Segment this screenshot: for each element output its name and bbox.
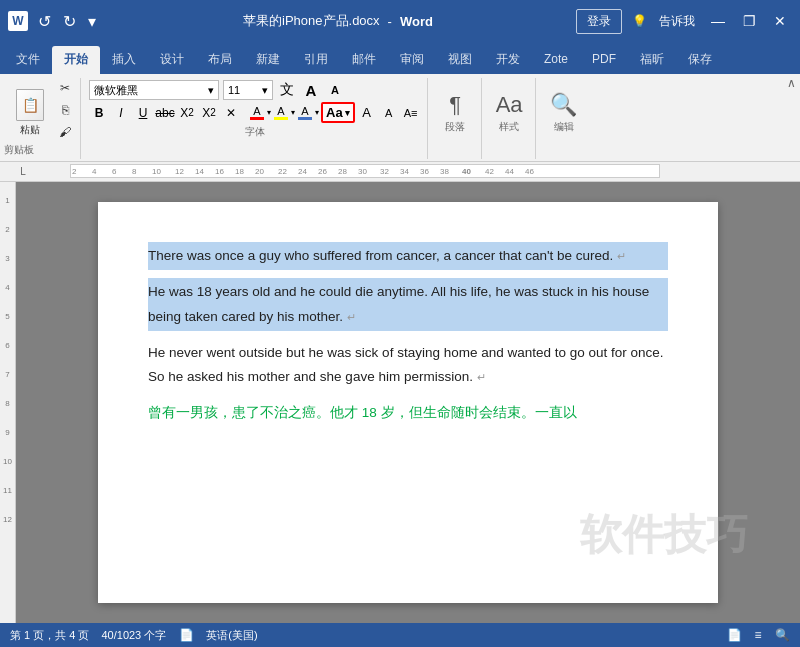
tab-foxit[interactable]: 福昕 bbox=[628, 46, 676, 74]
style-label: 样式 bbox=[499, 120, 519, 134]
text-effect-button[interactable]: A bbox=[297, 104, 313, 121]
tab-design[interactable]: 设计 bbox=[148, 46, 196, 74]
ruler-mark-30: 30 bbox=[358, 167, 367, 176]
paragraph-icon[interactable]: ¶ bbox=[449, 92, 461, 118]
font-size-selector[interactable]: 11 ▾ bbox=[223, 80, 273, 100]
font-color-button[interactable]: A bbox=[249, 104, 265, 121]
underline-button[interactable]: U bbox=[133, 103, 153, 123]
left-ruler-mark10: 10 bbox=[3, 457, 12, 466]
paragraph-4[interactable]: 曾有一男孩，患了不治之癌。他才 18 岁，但生命随时会结束。一直以 bbox=[148, 399, 668, 427]
subscript-button[interactable]: X2 bbox=[177, 103, 197, 123]
signin-button[interactable]: 登录 bbox=[576, 9, 622, 34]
ruler-mark-46: 46 bbox=[525, 167, 534, 176]
tab-save[interactable]: 保存 bbox=[676, 46, 724, 74]
clipboard-label: 剪贴板 bbox=[4, 143, 34, 157]
restore-button[interactable]: ❐ bbox=[737, 11, 762, 31]
title-extra-buttons: 💡 告诉我 bbox=[628, 11, 699, 32]
paragraph-2[interactable]: He was 18 years old and he could die any… bbox=[148, 278, 668, 331]
paragraph-1[interactable]: There was once a guy who suffered from c… bbox=[148, 242, 668, 270]
paste-button[interactable]: 📋 粘贴 bbox=[8, 78, 52, 145]
font-color-dropdown[interactable]: ▾ bbox=[267, 108, 271, 117]
ribbon-collapse-button[interactable]: ∧ bbox=[787, 76, 796, 90]
tab-layout[interactable]: 布局 bbox=[196, 46, 244, 74]
ruler-mark-32: 32 bbox=[380, 167, 389, 176]
tab-references[interactable]: 引用 bbox=[292, 46, 340, 74]
qat-dropdown[interactable]: ▾ bbox=[84, 10, 100, 33]
tab-insert[interactable]: 插入 bbox=[100, 46, 148, 74]
strikethrough-button[interactable]: abc bbox=[155, 103, 175, 123]
bold-button[interactable]: B bbox=[89, 103, 109, 123]
ruler-mark-10: 10 bbox=[152, 167, 161, 176]
tab-home[interactable]: 开始 bbox=[52, 46, 100, 74]
paragraph-3[interactable]: He never went outside but he was sick of… bbox=[148, 339, 668, 392]
document-area[interactable]: There was once a guy who suffered from c… bbox=[16, 182, 800, 623]
left-ruler-mark12: 12 bbox=[3, 515, 12, 524]
ruler-mark-4: 4 bbox=[92, 167, 96, 176]
font-grow-button[interactable]: A bbox=[301, 80, 321, 100]
paragraph-1-mark: ↵ bbox=[617, 250, 626, 262]
status-view1[interactable]: 📄 bbox=[726, 627, 742, 643]
redo-button[interactable]: ↻ bbox=[59, 10, 80, 33]
text-effect-icon: A bbox=[301, 105, 308, 117]
clear-format-button[interactable]: ✕ bbox=[221, 103, 241, 123]
left-ruler-mark7: 7 bbox=[5, 370, 9, 379]
tab-dev[interactable]: 开发 bbox=[484, 46, 532, 74]
ruler-mark-14: 14 bbox=[195, 167, 204, 176]
font-extra1[interactable]: A bbox=[357, 103, 377, 123]
tab-view[interactable]: 视图 bbox=[436, 46, 484, 74]
app-name-label: Word bbox=[400, 14, 433, 29]
style-icon[interactable]: Aa bbox=[496, 92, 523, 118]
tab-mailings[interactable]: 邮件 bbox=[340, 46, 388, 74]
close-button[interactable]: ✕ bbox=[768, 11, 792, 31]
font-shrink-button[interactable]: A bbox=[325, 80, 345, 100]
font-extra2[interactable]: A bbox=[379, 103, 399, 123]
word-icon: W bbox=[8, 11, 28, 31]
ruler-mark-18: 18 bbox=[235, 167, 244, 176]
format-painter-button[interactable]: 🖌 bbox=[54, 122, 76, 142]
status-view3[interactable]: 🔍 bbox=[774, 627, 790, 643]
tab-zote[interactable]: Zote bbox=[532, 46, 580, 74]
edit-group: 🔍 编辑 bbox=[538, 78, 590, 159]
tab-pdf[interactable]: PDF bbox=[580, 46, 628, 74]
light-icon[interactable]: 💡 bbox=[628, 12, 651, 30]
tab-review[interactable]: 审阅 bbox=[388, 46, 436, 74]
font-color-icon: A bbox=[253, 105, 260, 117]
aa-dropdown: ▾ bbox=[345, 108, 350, 118]
ribbon-tabs: 文件 开始 插入 设计 布局 新建 引用 邮件 审阅 视图 开发 Zote PD… bbox=[0, 42, 800, 74]
italic-button[interactable]: I bbox=[111, 103, 131, 123]
paragraph-1-text: There was once a guy who suffered from c… bbox=[148, 248, 613, 263]
cut-button[interactable]: ✂ bbox=[54, 78, 76, 98]
minimize-button[interactable]: — bbox=[705, 11, 731, 31]
edit-icon[interactable]: 🔍 bbox=[550, 92, 577, 118]
page-info: 第 1 页，共 4 页 bbox=[10, 628, 89, 643]
font-size-dropdown-icon: ▾ bbox=[262, 84, 268, 97]
copy-button[interactable]: ⎘ bbox=[54, 100, 76, 120]
highlight-button[interactable]: A bbox=[273, 104, 289, 121]
status-doc-icon[interactable]: 📄 bbox=[178, 627, 194, 643]
title-bar: W ↺ ↻ ▾ 苹果的iPhone产品.docx - Word 登录 💡 告诉我… bbox=[0, 0, 800, 42]
title-separator: - bbox=[388, 14, 392, 29]
highlight-dropdown[interactable]: ▾ bbox=[291, 108, 295, 117]
tab-file[interactable]: 文件 bbox=[4, 46, 52, 74]
tell-me-label[interactable]: 告诉我 bbox=[655, 11, 699, 32]
ruler-mark-28: 28 bbox=[338, 167, 347, 176]
aa-button[interactable]: Aa ▾ bbox=[321, 102, 355, 123]
tab-new[interactable]: 新建 bbox=[244, 46, 292, 74]
left-ruler-mark4: 4 bbox=[5, 283, 9, 292]
ruler-mark-2: 2 bbox=[72, 167, 76, 176]
paragraph-3-text: He never went outside but he was sick of… bbox=[148, 345, 664, 384]
title-bar-controls: ↺ ↻ ▾ bbox=[34, 10, 100, 33]
font-extra3[interactable]: A≡ bbox=[401, 103, 421, 123]
font-color-indicator bbox=[250, 117, 264, 120]
left-ruler-mark8: 8 bbox=[5, 399, 9, 408]
ruler-mark-44: 44 bbox=[505, 167, 514, 176]
ribbon-panel: 📋 粘贴 ✂ ⎘ 🖌 剪贴板 微软雅黑 ▾ 11 ▾ 文 A A B I bbox=[0, 74, 800, 162]
font-name-selector[interactable]: 微软雅黑 ▾ bbox=[89, 80, 219, 100]
main-area: 1 2 3 4 5 6 7 8 9 10 11 12 There was onc… bbox=[0, 182, 800, 623]
undo-button[interactable]: ↺ bbox=[34, 10, 55, 33]
font-uiwen-button[interactable]: 文 bbox=[277, 80, 297, 100]
status-view2[interactable]: ≡ bbox=[750, 627, 766, 643]
text-effect-dropdown[interactable]: ▾ bbox=[315, 108, 319, 117]
superscript-button[interactable]: X2 bbox=[199, 103, 219, 123]
paragraph-4-text: 曾有一男孩，患了不治之癌。他才 18 岁，但生命随时会结束。一直以 bbox=[148, 405, 577, 420]
